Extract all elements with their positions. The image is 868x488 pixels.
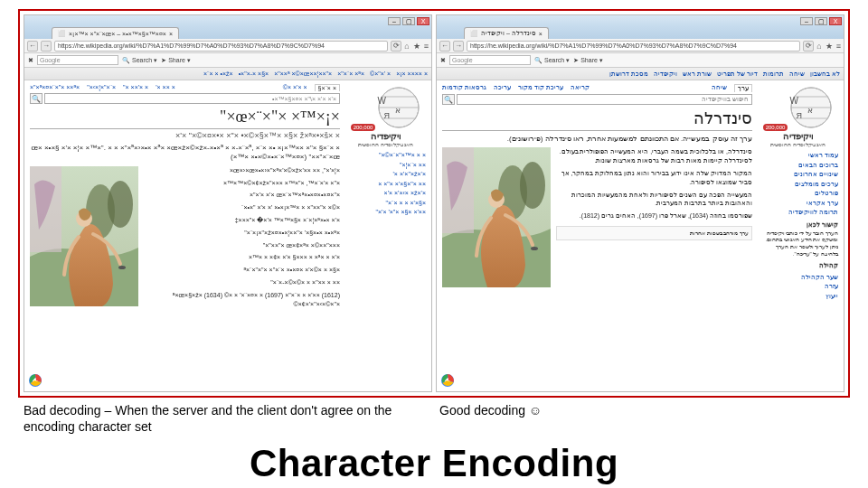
back-button[interactable]: ← bbox=[439, 41, 450, 52]
tab-history[interactable]: גרסאות קודמות bbox=[442, 84, 486, 92]
sidebar-item[interactable]: עמוד ראשי bbox=[758, 151, 838, 161]
sidebar-item[interactable]: ×× ×"×§×'× ×"× × bbox=[345, 180, 426, 190]
back-button[interactable]: ← bbox=[27, 41, 38, 52]
personal-link[interactable]: ×"××¦××ª ×©×œ××"× bbox=[274, 70, 332, 77]
personal-link[interactable]: ×§× ×-×"×• bbox=[239, 70, 269, 77]
tab-edit[interactable]: עריכה bbox=[494, 84, 511, 92]
sidebar-item[interactable]: ערך אקראי bbox=[758, 199, 838, 209]
tab-article[interactable]: ערך bbox=[734, 84, 752, 92]
browser-tab[interactable]: ⬜ ×¡×™× ×"×¨×œ× – ×•×™×§×™×¤× × bbox=[52, 27, 179, 39]
toolbar-search-btn[interactable]: 🔍 Search ▾ bbox=[534, 57, 570, 64]
maximize-button[interactable]: ▢ bbox=[815, 17, 827, 25]
sidebar-item[interactable]: פורטלים bbox=[758, 189, 838, 199]
personal-link[interactable]: ×ž×• × ×¨× bbox=[203, 70, 233, 77]
tab-read[interactable]: × ×× ×' bbox=[156, 84, 175, 91]
sidebar-item[interactable]: ×'×ž×"×'× ×' bbox=[345, 170, 426, 180]
sidebar-item[interactable]: × × ×™×"×¨×©×" bbox=[345, 151, 426, 161]
article-lead: × ×¨×§ ×"× ×œ× ×•×§ ×'× ×¦× ×™×". × × ×"… bbox=[30, 144, 340, 163]
personal-link[interactable]: שורת ראש bbox=[683, 70, 712, 78]
comparison-frame: – ▢ X ⬜ ×¡×™× ×"×¨×œ× – ×•×™×§×™×¤× × ← … bbox=[18, 9, 850, 398]
article-para: שפורסמו בחוזה (1634), שארל פרו (1697), ה… bbox=[556, 211, 752, 221]
personal-link[interactable]: × ×××× ×¡× bbox=[396, 70, 428, 77]
address-bar-row: ← → https://he.wikipedia.org/wiki/%D7%A1… bbox=[437, 39, 844, 53]
minimize-button[interactable]: – bbox=[800, 17, 813, 25]
browser-logo-icon bbox=[28, 373, 42, 388]
sidebar-item[interactable]: ××'× ×§× ×"×' ×'×" bbox=[345, 208, 426, 218]
forward-button[interactable]: → bbox=[41, 41, 52, 52]
personal-link[interactable]: ויקיפדיה bbox=[654, 70, 677, 78]
search-icon[interactable]: 🔍 bbox=[30, 93, 42, 104]
sidebar-item[interactable]: שער הקהילה bbox=[758, 273, 838, 283]
address-input[interactable]: https://he.wikipedia.org/wiki/%D7%A1%D7%… bbox=[467, 41, 800, 52]
wiki-logo[interactable]: 200,000 ויקיפדיה האנציקלופדיה החופשית bbox=[345, 86, 426, 147]
toolbar-search-btn[interactable]: 🔍 Search ▾ bbox=[122, 57, 157, 64]
browser-bad: – ▢ X ⬜ ×¡×™× ×"×¨×œ× – ×•×™×§×™×¤× × ← … bbox=[24, 14, 432, 392]
personal-link[interactable]: מסכת דרושתן bbox=[609, 70, 648, 78]
home-icon[interactable]: ⌂ bbox=[404, 42, 409, 51]
tab-close-icon[interactable]: × bbox=[169, 31, 173, 37]
forward-button[interactable]: → bbox=[453, 41, 464, 52]
personal-link[interactable]: תרומות bbox=[763, 70, 784, 78]
wiki-search-input[interactable]: ×'× ×'× ×\"× ×¤×§×™×• bbox=[44, 93, 340, 104]
browser-tabstrip: ⬜ ×¡×™× ×"×¨×œ× – ×•×™×§×™×¤× × bbox=[24, 26, 431, 39]
personal-link[interactable]: לא בחשבון bbox=[810, 70, 840, 78]
menu-icon[interactable]: ≡ bbox=[424, 42, 429, 51]
goog-close-icon[interactable]: ✖ bbox=[440, 57, 446, 64]
sidebar-item[interactable]: ×× ×¨×¦×" bbox=[345, 161, 426, 171]
page-title: ×¡×™× ×"×¨×œ×" bbox=[30, 108, 340, 129]
favicon-icon: ⬜ bbox=[470, 30, 478, 37]
tab-title: ×¡×™× ×"×¨×œ× – ×•×™×§×™×¤× bbox=[69, 31, 166, 37]
sidebar-description: הערך חובר על ידי כותבי ויקיפדיה ומשקף את… bbox=[758, 230, 838, 258]
sidebar-item[interactable]: שינויים אחרונים bbox=[758, 170, 838, 180]
sidebar-item[interactable]: ×'×ž× ×›×'× ×'× bbox=[345, 189, 426, 199]
article-body: ×¦×'×'', ×× ××'×œ×›×œ×•×›×"×ª×'×©×ž× ×"×… bbox=[144, 166, 340, 313]
toolbar-share-btn[interactable]: ➤ Share ▾ bbox=[573, 57, 603, 64]
maximize-button[interactable]: ▢ bbox=[402, 17, 415, 25]
address-input[interactable]: https://he.wikipedia.org/wiki/%D7%A1%D7%… bbox=[54, 41, 388, 52]
browser-good: – ▢ X ⬜ סינדרלה – ויקיפדיה × ← → https:/… bbox=[436, 14, 844, 392]
tab-article[interactable]: × ×¨×§ bbox=[315, 84, 340, 91]
tab-history[interactable]: ×ª×¤×¨×"× ××ª×"× bbox=[30, 84, 80, 91]
close-button[interactable]: X bbox=[829, 17, 842, 25]
browser-tab[interactable]: ⬜ סינדרלה – ויקיפדיה × bbox=[464, 27, 549, 39]
sidebar-item[interactable]: תרומה לוויקיפדיה bbox=[758, 208, 838, 218]
goog-close-icon[interactable]: ✖ bbox=[28, 57, 33, 64]
sidebar-item[interactable]: ברוכים הבאים bbox=[758, 161, 838, 171]
minimize-button[interactable]: – bbox=[388, 17, 401, 25]
tab-talk[interactable]: שיחה bbox=[712, 84, 727, 92]
reload-button[interactable]: ⟳ bbox=[391, 41, 401, 52]
article-image bbox=[442, 147, 551, 289]
home-icon[interactable]: ⌂ bbox=[816, 42, 821, 51]
article-main: × ×¨×§ × ×'× ×© × ×× ×' × ×'×× ×" ×¨×"×¦… bbox=[24, 80, 345, 391]
menu-icon[interactable]: ≡ bbox=[836, 42, 841, 51]
bookmark-icon[interactable]: ★ bbox=[413, 42, 420, 51]
tab-close-icon[interactable]: × bbox=[539, 31, 542, 37]
toolbar-share-btn[interactable]: ➤ Share ▾ bbox=[161, 57, 191, 64]
caption-good: Good decoding ☺ bbox=[434, 403, 850, 435]
tab-edit[interactable]: ×¨×"×¦×›×" bbox=[87, 84, 116, 91]
tab-editsrc[interactable]: עריכת קוד מקור bbox=[518, 84, 563, 92]
sidebar-item[interactable]: ×§×'× × × ×¨×" bbox=[345, 199, 426, 209]
tab-talk[interactable]: × ×'× ×© bbox=[283, 84, 307, 91]
search-icon[interactable]: 🔍 bbox=[442, 94, 455, 105]
personal-link[interactable]: ×ª× ×¨×"× bbox=[337, 70, 364, 77]
sidebar-item[interactable]: עזרה bbox=[758, 282, 838, 292]
personal-link[interactable]: × '×"×© bbox=[370, 70, 391, 77]
personal-link[interactable]: דיור של תפריט bbox=[717, 70, 758, 78]
google-search-input[interactable]: Google bbox=[37, 55, 118, 65]
tab-read[interactable]: קריאה bbox=[571, 84, 590, 92]
browser-logo-icon bbox=[440, 373, 455, 388]
close-button[interactable]: X bbox=[417, 17, 429, 25]
wiki-search-input[interactable]: חיפוש בוויקיפדיה bbox=[457, 94, 752, 105]
caption-bad: Bad decoding – When the server and the c… bbox=[18, 403, 434, 435]
google-search-input[interactable]: Google bbox=[449, 55, 531, 65]
sidebar-item[interactable]: ייעוץ bbox=[758, 292, 838, 302]
browser-tabstrip: ⬜ סינדרלה – ויקיפדיה × bbox=[437, 26, 844, 39]
tab-editsrc[interactable]: × ×'×× ×" bbox=[123, 84, 148, 91]
lang-box: ערך מורחב בשפות אחרות bbox=[556, 226, 752, 240]
personal-link[interactable]: שיחה bbox=[789, 70, 805, 78]
sidebar-item[interactable]: ערכים מומלצים bbox=[758, 180, 838, 190]
bookmark-icon[interactable]: ★ bbox=[826, 42, 833, 51]
wiki-logo[interactable]: 200,000 ויקיפדיה האנציקלופדיה החופשית bbox=[758, 86, 838, 147]
reload-button[interactable]: ⟳ bbox=[803, 41, 814, 52]
